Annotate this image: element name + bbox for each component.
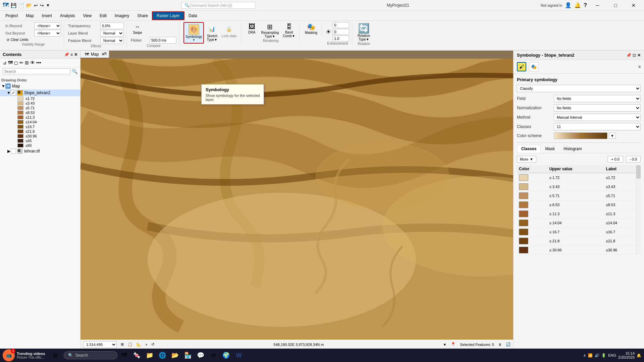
class-upper-value[interactable]: ≤ 14.04 — [547, 219, 604, 228]
lock-stats-button[interactable]: 🔒 Lock stats — [220, 22, 238, 39]
contents-search-icon[interactable]: 🔍 — [72, 69, 77, 74]
class-upper-value[interactable]: ≤ 16.7 — [547, 228, 604, 237]
feature-blend-select[interactable]: Normal — [100, 37, 124, 44]
sym-table-row[interactable]: ≤ 21.8 ≤21.8 — [517, 237, 636, 246]
class-label[interactable]: ≤3.43 — [604, 182, 636, 191]
contents-menu-icon[interactable]: ≡ — [70, 52, 73, 57]
taskbar-candy-app[interactable]: 🍬 — [131, 349, 143, 361]
class-color-swatch[interactable] — [519, 192, 528, 199]
band-combination-button[interactable]: 🎛 BandComb▼ — [281, 22, 297, 39]
class-color-swatch[interactable] — [519, 201, 528, 208]
sym-method-select[interactable]: Manual Interval — [554, 114, 641, 121]
navigate-icon[interactable]: + — [145, 343, 147, 347]
remove-layer-icon[interactable]: ◻ — [14, 60, 18, 65]
sym-hamburger-icon[interactable]: ≡ — [638, 64, 641, 69]
quick-new-icon[interactable]: 📄 — [18, 3, 24, 8]
class-color-swatch[interactable] — [519, 174, 528, 181]
menu-share[interactable]: Share — [133, 12, 152, 19]
menu-imagery[interactable]: Imagery — [111, 12, 133, 19]
taskbar-fileexplorer-app[interactable]: 📂 — [169, 349, 181, 361]
sym-close-icon[interactable]: ✕ — [637, 53, 641, 58]
class-label[interactable]: ≤30.96 — [604, 246, 636, 255]
menu-project[interactable]: Project — [1, 12, 22, 19]
grid-icon[interactable]: ⊞ — [121, 342, 124, 347]
notification-icon[interactable]: 🔔 — [574, 2, 581, 8]
sym-classes-select[interactable]: 11 — [554, 123, 641, 130]
close-button[interactable]: ✕ — [626, 0, 641, 11]
taskbar-edge-app[interactable]: 🌐 — [156, 349, 168, 361]
taskbar-arcgis-app[interactable]: 🗺 — [118, 349, 130, 361]
taskbar-volume-icon[interactable]: 🔊 — [595, 353, 599, 358]
contents-pin-icon[interactable]: 📌 — [64, 52, 69, 57]
stretch-type-button[interactable]: 📊 Stretch Type▼ — [205, 22, 219, 43]
tab-mask[interactable]: Mask — [541, 145, 559, 153]
taskbar-word-app[interactable]: W — [233, 349, 245, 361]
taskbar-search[interactable]: 🔍 Search — [64, 351, 117, 359]
user-icon[interactable]: 👤 — [565, 2, 572, 8]
menu-view[interactable]: View — [79, 12, 96, 19]
dra-button[interactable]: 🖼 DRA — [245, 22, 259, 39]
remove-value-button[interactable]: - 0.0 — [626, 156, 641, 163]
taskbar-files-app[interactable]: 📁 — [144, 349, 156, 361]
color-scheme-dropdown[interactable]: ▼ — [609, 133, 616, 139]
class-label[interactable]: ≤1.72 — [604, 173, 636, 182]
sym-table-row[interactable]: ≤ 30.96 ≤30.96 — [517, 246, 636, 255]
scale-select[interactable]: 1:314,495 — [83, 341, 117, 348]
symbology-button[interactable]: 🎨 Symbology ▼ — [183, 22, 204, 44]
taskbar-time[interactable]: 15:14 2/20/2025 — [618, 351, 635, 359]
more-button[interactable]: More ▼ — [517, 156, 536, 163]
class-label[interactable]: ≤11.3 — [604, 209, 636, 219]
class-color-swatch[interactable] — [519, 247, 528, 253]
sym-table-row[interactable]: ≤ 14.04 ≤14.04 — [517, 219, 636, 228]
class-label[interactable]: ≤5.71 — [604, 191, 636, 200]
menu-insert[interactable]: Insert — [38, 12, 56, 19]
sym-table-row[interactable]: ≤ 11.3 ≤11.3 — [517, 209, 636, 219]
sym-scrollbar[interactable] — [636, 165, 641, 255]
map-tab[interactable]: 🗺 Map ✕ ⇱ — [80, 51, 109, 58]
class-color-swatch[interactable] — [519, 229, 528, 235]
class-upper-value[interactable]: ≤ 5.71 — [547, 191, 604, 200]
sym-table-row[interactable]: ≤ 16.7 ≤16.7 — [517, 228, 636, 237]
class-color-swatch[interactable] — [519, 210, 528, 217]
more-quick-access-icon[interactable]: ▼ — [46, 3, 50, 8]
feature-count-icon[interactable]: 📋 — [128, 342, 132, 347]
class-color-swatch[interactable] — [519, 238, 528, 244]
sym-symbology-icon[interactable]: 🖌 — [517, 62, 526, 71]
pause-icon[interactable]: ⏸ — [498, 343, 502, 347]
tree-item-tehran[interactable]: ▶ ▦ tehran.tif — [0, 148, 80, 155]
filter-icon[interactable]: ⊿ — [3, 60, 7, 65]
sign-in-text[interactable]: Not signed in — [541, 3, 562, 7]
taskbar-notifications-icon[interactable]: 🔔 — [637, 353, 641, 358]
scrollbar-thumb[interactable] — [636, 165, 641, 179]
taskbar-feedback-app[interactable]: 💬 — [195, 349, 207, 361]
sym-norm-select[interactable]: No fields — [554, 104, 641, 112]
class-upper-value[interactable]: ≤ 3.43 — [547, 182, 604, 191]
coordinates-crs-icon[interactable]: ▼ — [443, 343, 447, 347]
class-label[interactable]: ≤16.7 — [604, 228, 636, 237]
minimize-button[interactable]: ─ — [590, 0, 605, 11]
map-expand-icon[interactable]: ▼ — [1, 84, 5, 88]
sym-table-row[interactable]: ≤ 5.71 ≤5.71 — [517, 191, 636, 200]
transparency-input[interactable] — [100, 22, 124, 29]
help-icon[interactable]: ? — [584, 2, 587, 8]
add-layer-icon[interactable]: 🗺 — [8, 60, 13, 65]
tehran-checkbox[interactable] — [11, 148, 16, 154]
titlebar-search-box[interactable]: 🔍 Command Search (Alt+Q) — [181, 2, 255, 9]
taskbar-mail-app[interactable]: ✉ — [207, 349, 219, 361]
symbology-dropdown-icon[interactable]: ▼ — [193, 39, 195, 42]
start-button[interactable]: ⊞ — [48, 349, 62, 361]
menu-map[interactable]: Map — [22, 12, 38, 19]
measure-icon[interactable]: 📐 — [137, 342, 141, 347]
resampling-type-button[interactable]: ⊞ ResamplingType▼ — [260, 22, 280, 39]
class-color-swatch[interactable] — [519, 183, 528, 190]
visibility-icon[interactable]: 👁 — [30, 60, 35, 65]
enhancement-val3[interactable] — [332, 36, 349, 42]
slope-expand-icon[interactable]: ▼ — [7, 90, 11, 95]
add-group-icon[interactable]: ⊞ — [25, 60, 29, 65]
enhancement-val1[interactable] — [332, 22, 349, 28]
menu-edit[interactable]: Edit — [96, 12, 111, 19]
class-color-swatch[interactable] — [519, 220, 528, 226]
taskbar-battery-icon[interactable]: 🔋 — [601, 353, 606, 358]
in-beyond-select[interactable]: <None> — [34, 22, 61, 29]
refresh-icon[interactable]: 🔄 — [506, 342, 511, 347]
